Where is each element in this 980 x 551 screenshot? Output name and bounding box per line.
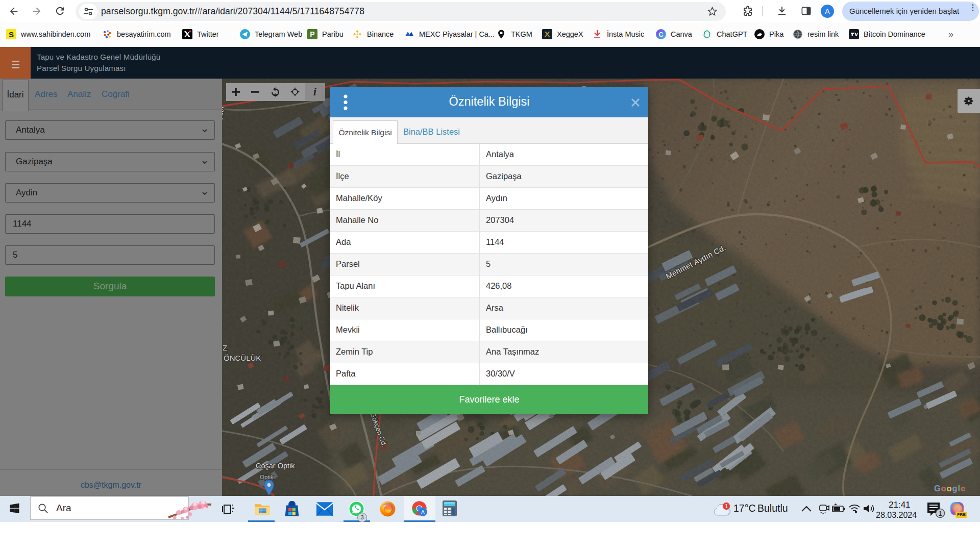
svg-text:Coşar Optik: Coşar Optik: [256, 462, 295, 470]
svg-text:o: o: [941, 484, 946, 493]
svg-text:1: 1: [938, 510, 942, 517]
svg-text:l: l: [958, 484, 961, 493]
svg-text:C: C: [658, 31, 663, 38]
svg-text:e: e: [961, 484, 965, 493]
svg-text:Z: Z: [223, 343, 227, 352]
svg-text:o: o: [947, 484, 952, 493]
svg-text:A: A: [421, 509, 425, 515]
svg-text:g: g: [952, 484, 957, 493]
svg-text:G: G: [934, 484, 941, 493]
svg-text:ÖNCÜLÜK: ÖNCÜLÜK: [224, 354, 261, 362]
svg-text:P: P: [310, 30, 314, 38]
svg-text:S: S: [9, 30, 14, 39]
svg-text:1: 1: [725, 503, 728, 509]
svg-text:Optik: Optik: [260, 474, 274, 480]
